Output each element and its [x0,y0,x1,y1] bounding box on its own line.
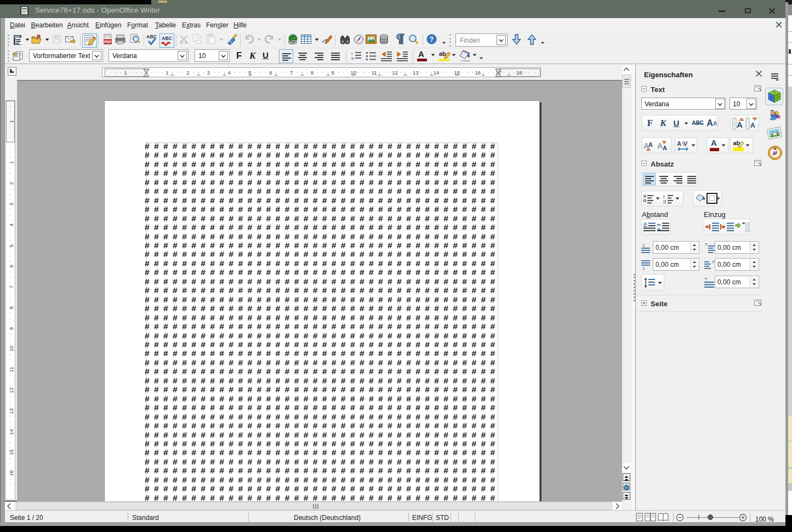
svg-text:II: II [351,56,354,61]
svg-text:A: A [677,140,681,147]
svg-text:A: A [657,141,663,150]
svg-text:A: A [750,122,755,129]
svg-text:A: A [663,145,667,151]
svg-text:N: N [773,147,776,151]
svg-text:A: A [737,120,743,129]
svg-text:I: I [663,194,665,199]
svg-text:A: A [648,141,653,148]
svg-text:I: I [643,266,645,271]
svg-text:I: I [643,243,645,248]
svg-text:?: ? [430,36,434,43]
svg-text:I: I [351,52,353,56]
svg-text:ABC: ABC [162,36,172,41]
svg-text:II: II [663,199,666,204]
svg-text:PDF: PDF [104,40,111,44]
